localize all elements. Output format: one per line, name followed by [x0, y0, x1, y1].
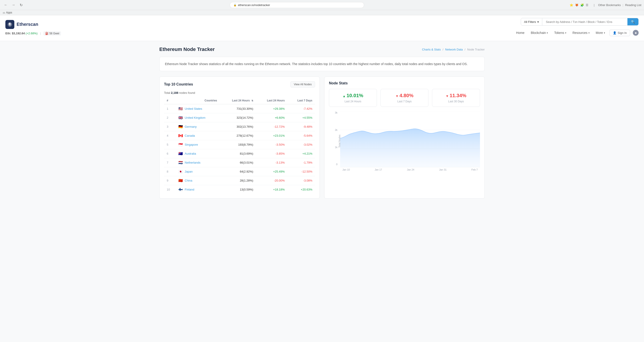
country-link[interactable]: 🇸🇬 Singapore	[178, 142, 217, 147]
country-name: United States	[185, 107, 202, 110]
country-link[interactable]: 🇫🇮 Finland	[178, 187, 217, 192]
country-link[interactable]: 🇯🇵 Japan	[178, 169, 217, 174]
row-24h-pct: -3.13%	[256, 158, 288, 167]
col-countries: Countries	[176, 97, 220, 104]
stat-24h: 10.01% Last 24 Hours	[329, 89, 377, 107]
nav-more[interactable]: More ▾	[593, 27, 608, 38]
browser-nav-buttons: ← → ↻	[3, 2, 24, 8]
page-title: Ethereum Node Tracker	[159, 47, 215, 52]
row-7d-pct: -5.64%	[288, 131, 315, 140]
eth-price-change: (+2.68%)	[26, 32, 38, 35]
country-link[interactable]: 🇨🇦 Canada	[178, 133, 217, 138]
chart-area-container	[340, 111, 480, 167]
countries-table: # Countries Last 24 Hours ⇅ Last 24 Hour…	[164, 97, 315, 194]
table-row: 10 🇫🇮 Finland 13(0.59%) +18.18% +20.63%	[164, 185, 315, 194]
col-last24h-count: Last 24 Hours ⇅	[220, 97, 256, 104]
table-row: 6 🇦🇺 Australia 81(3.69%) -3.85% +4.21%	[164, 149, 315, 158]
country-link[interactable]: 🇦🇺 Australia	[178, 151, 217, 156]
content-grid: Top 10 Countries View All Nodes Total 2,…	[159, 77, 485, 199]
country-flag: 🇳🇱	[178, 160, 183, 165]
col-last7d: Last 7 Days	[288, 97, 315, 104]
x-label-jan17: Jan 17	[375, 168, 382, 171]
country-flag: 🇯🇵	[178, 169, 183, 174]
x-label-jan31: Jan 31	[439, 168, 446, 171]
top-countries-card: Top 10 Countries View All Nodes Total 2,…	[159, 77, 320, 199]
lock-icon: 🔒	[234, 4, 237, 7]
extensions-icon[interactable]: 🧩	[580, 3, 584, 7]
total-count: 2,188	[171, 91, 178, 94]
country-flag: 🇦🇺	[178, 151, 183, 156]
row-7d-pct: -3.08%	[288, 176, 315, 185]
country-link[interactable]: 🇳🇱 Netherlands	[178, 160, 217, 165]
menu-icon[interactable]: ☰	[586, 3, 588, 7]
back-button[interactable]: ←	[3, 2, 9, 8]
row-num: 8	[164, 167, 176, 176]
stat-24h-value: 10.01%	[334, 93, 372, 98]
breadcrumb-charts-stats[interactable]: Charts & Stats	[422, 48, 441, 51]
bookmarks-bar-other[interactable]: Other Bookmarks	[598, 3, 621, 7]
apps-bookmark[interactable]: ⚏ Apps	[3, 11, 12, 14]
search-input[interactable]	[542, 18, 628, 25]
reading-list[interactable]: Reading List	[625, 3, 641, 7]
table-row: 5 🇸🇬 Singapore 193(8.79%) -3.50% -3.02%	[164, 140, 315, 149]
sort-icon: ⇅	[252, 99, 253, 102]
row-count: 28(1.28%)	[220, 176, 256, 185]
node-stats-header: Node Stats	[329, 81, 480, 85]
profile-icon[interactable]: 🦊	[575, 3, 578, 7]
eth-network-icon[interactable]: ◆	[633, 30, 638, 36]
row-country: 🇸🇬 Singapore	[176, 140, 220, 149]
total-suffix: nodes found	[179, 91, 195, 94]
row-24h-pct: -3.50%	[256, 140, 288, 149]
nav-home[interactable]: Home	[513, 27, 527, 38]
search-filter-dropdown[interactable]: All Filters ▾	[521, 18, 542, 25]
forward-button[interactable]: →	[10, 2, 16, 8]
row-7d-pct: -7.42%	[288, 104, 315, 113]
row-count: 278(12.67%)	[220, 131, 256, 140]
refresh-button[interactable]: ↻	[18, 2, 24, 8]
node-stats-title: Node Stats	[329, 81, 348, 85]
row-7d-pct: -9.48%	[288, 122, 315, 131]
total-label: Total	[164, 91, 170, 94]
search-button[interactable]: 🔍	[628, 18, 638, 25]
country-name: United Kingdom	[185, 116, 206, 119]
country-flag: 🇬🇧	[178, 116, 183, 120]
y-axis-labels: 3k 2k 1k 0	[329, 111, 339, 165]
country-flag: 🇩🇪	[178, 124, 183, 129]
blockchain-chevron-icon: ▾	[547, 32, 548, 34]
nav-resources[interactable]: Resources ▾	[570, 27, 592, 38]
view-all-button[interactable]: View All Nodes	[290, 81, 315, 88]
logo-icon	[6, 20, 14, 29]
country-link[interactable]: 🇺🇸 United States	[178, 107, 217, 111]
country-name: Australia	[185, 152, 196, 155]
row-num: 7	[164, 158, 176, 167]
country-link[interactable]: 🇩🇪 Germany	[178, 124, 217, 129]
country-link[interactable]: 🇬🇧 United Kingdom	[178, 116, 217, 120]
country-link[interactable]: 🇨🇳 China	[178, 179, 217, 183]
country-name: Germany	[185, 125, 196, 128]
nav-tokens[interactable]: Tokens ▾	[552, 27, 569, 38]
y-label-3k: 3k	[335, 111, 338, 114]
bookmark-icon[interactable]: ⭐	[570, 3, 573, 7]
row-7d-pct: +20.63%	[288, 185, 315, 194]
gwei-badge: ⛽ 58 Gwei	[44, 31, 61, 36]
breadcrumb-network-data[interactable]: Network Data	[445, 48, 463, 51]
country-flag: 🇨🇦	[178, 133, 183, 138]
apps-grid-icon: ⚏	[3, 11, 5, 14]
nav-blockchain[interactable]: Blockchain ▾	[528, 27, 551, 38]
browser-actions: ⭐ 🦊 🧩 ☰ | Other Bookmarks | Reading List	[570, 3, 641, 7]
x-axis-labels: Jan 10 Jan 17 Jan 24 Jan 31 Feb 7	[340, 168, 480, 171]
x-label-jan10: Jan 10	[342, 168, 350, 171]
row-country: 🇳🇱 Netherlands	[176, 158, 220, 167]
sign-in-button[interactable]: 👤 Sign In	[610, 30, 630, 36]
table-row: 3 🇩🇪 Germany 302(13.76%) -12.72% -9.48%	[164, 122, 315, 131]
logo[interactable]: Etherscan	[6, 20, 61, 29]
row-num: 9	[164, 176, 176, 185]
row-country: 🇫🇮 Finland	[176, 185, 220, 194]
row-count: 193(8.79%)	[220, 140, 256, 149]
stat-30d-value: 11.34%	[437, 93, 475, 98]
address-bar[interactable]: 🔒 etherscan.io/nodetracker	[230, 2, 364, 8]
search-bar: All Filters ▾ 🔍	[521, 18, 638, 26]
eth-price-bar: Eth: $3,192.64 (+2.68%) | ⛽ 58 Gwei	[6, 30, 61, 36]
total-nodes-text: Total 2,188 nodes found	[164, 91, 315, 94]
row-count: 731(33.30%)	[220, 104, 256, 113]
